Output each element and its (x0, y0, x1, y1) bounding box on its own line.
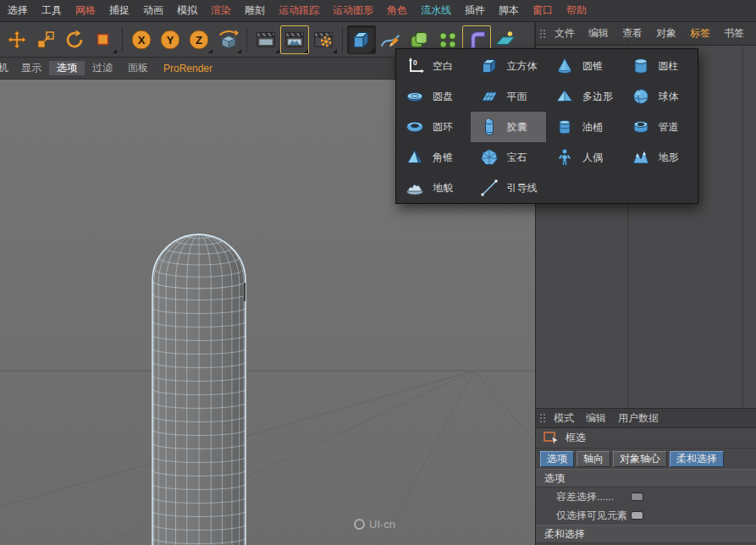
section-header-soft-selection[interactable]: 柔和选择 (536, 525, 756, 543)
last-tool-icon (94, 30, 113, 49)
svg-text:0: 0 (413, 58, 417, 67)
render-view-button[interactable] (251, 25, 280, 54)
menu-tools[interactable]: 工具 (35, 3, 69, 18)
section-header-options[interactable]: 选项 (536, 469, 756, 487)
move-tool-button[interactable] (3, 25, 31, 54)
viewport-menu-filter[interactable]: 过滤 (85, 61, 120, 75)
menu-plugins[interactable]: 插件 (458, 3, 492, 18)
capsule-icon (478, 116, 500, 138)
scale-tool-button[interactable] (31, 25, 60, 54)
menu-item-terrain[interactable]: 地形 (622, 142, 698, 173)
toolbar-separator (246, 27, 247, 52)
prop-label: 仅选择可见元素 (556, 509, 627, 523)
menu-item-sphere[interactable]: 球体 (622, 81, 698, 112)
am-menu-edit[interactable]: 编辑 (580, 411, 612, 426)
coordinate-system-button[interactable] (213, 25, 242, 54)
primitives-dropdown-menu: 0 空白 圆盘 圆环 角锥 地貌 立方体 (395, 48, 698, 204)
last-used-tool-button[interactable] (89, 25, 118, 54)
menu-item-label: 地貌 (433, 181, 453, 195)
coordinate-system-icon (217, 29, 239, 51)
menu-item-null[interactable]: 0 空白 (396, 51, 471, 81)
om-menu-file[interactable]: 文件 (548, 26, 582, 41)
menu-item-capsule[interactable]: 胶囊 (471, 112, 547, 142)
menu-item-pyramid[interactable]: 角锥 (396, 142, 471, 173)
am-menu-mode[interactable]: 模式 (548, 411, 580, 426)
prop-row-tolerant-selection: 容差选择...... (536, 487, 756, 506)
menu-sculpt[interactable]: 雕刻 (238, 3, 272, 18)
menu-character[interactable]: 角色 (380, 3, 414, 18)
menu-item-gem[interactable]: 宝石 (471, 142, 547, 173)
menu-item-cylinder[interactable]: 圆柱 (622, 51, 698, 81)
viewport-menu-display[interactable]: 显示 (14, 61, 49, 75)
add-primitive-button[interactable] (347, 25, 376, 54)
z-axis-lock-button[interactable]: Z (185, 25, 213, 54)
svg-text:X: X (138, 33, 146, 46)
menu-mograph[interactable]: 运动图形 (326, 3, 380, 18)
om-menu-objects[interactable]: 对象 (649, 26, 683, 41)
menu-script[interactable]: 脚本 (492, 3, 526, 18)
sphere-icon (630, 85, 652, 107)
spline-pen-icon (379, 29, 401, 51)
viewport-menu-options[interactable]: 选项 (49, 61, 85, 75)
viewport-menu-prorender[interactable]: ProRender (156, 63, 220, 74)
menu-help[interactable]: 帮助 (560, 3, 593, 18)
menu-item-tube[interactable]: 管道 (622, 112, 698, 142)
menu-snap[interactable]: 捕捉 (102, 3, 136, 18)
panel-grip-icon[interactable] (539, 413, 548, 423)
menu-mesh[interactable]: 网格 (69, 3, 102, 18)
menu-item-figure[interactable]: 人偶 (546, 142, 622, 173)
gem-icon (478, 146, 500, 168)
watermark-logo-icon (354, 519, 365, 530)
tab-object-axis[interactable]: 对象轴心 (613, 451, 667, 467)
menu-animate[interactable]: 动画 (136, 3, 170, 18)
ground-grid (0, 371, 535, 545)
viewport-menu-panel[interactable]: 面板 (120, 61, 156, 75)
menu-motion-tracker[interactable]: 运动跟踪 (272, 3, 326, 18)
menu-item-cube[interactable]: 立方体 (471, 51, 547, 81)
tab-axis[interactable]: 轴向 (577, 451, 610, 467)
om-menu-view[interactable]: 查看 (615, 26, 649, 41)
z-axis-icon: Z (187, 28, 211, 52)
menu-item-polygon[interactable]: 多边形 (546, 81, 622, 112)
menu-item-torus[interactable]: 圆环 (396, 112, 471, 142)
menu-window[interactable]: 窗口 (526, 3, 560, 18)
menu-item-oil-tank[interactable]: 油桶 (546, 112, 622, 142)
panel-grip-icon[interactable] (539, 29, 548, 39)
menu-pipeline[interactable]: 流水线 (414, 3, 458, 18)
menu-item-plane[interactable]: 平面 (471, 81, 547, 112)
render-settings-button[interactable] (309, 25, 338, 54)
y-axis-lock-button[interactable]: Y (156, 25, 185, 54)
om-menu-tags[interactable]: 标签 (683, 26, 717, 41)
menu-item-label: 胶囊 (507, 120, 527, 135)
menu-item-guide[interactable]: 引导线 (471, 173, 547, 203)
om-menu-bookmarks[interactable]: 书签 (717, 26, 751, 41)
menu-select[interactable]: 选择 (1, 3, 35, 18)
menu-render[interactable]: 渲染 (204, 3, 238, 18)
om-menu-edit[interactable]: 编辑 (582, 26, 615, 41)
rotate-tool-icon (64, 30, 85, 50)
menu-item-disc[interactable]: 圆盘 (396, 81, 471, 112)
render-to-picture-viewer-button[interactable] (280, 25, 309, 54)
object-manager-scrollbar[interactable] (742, 46, 743, 408)
menu-simulate[interactable]: 模拟 (170, 3, 204, 18)
am-menu-userdata[interactable]: 用户数据 (612, 411, 665, 426)
viewport-menu-camera-partial[interactable]: 机 (0, 61, 14, 75)
menu-item-label: 人偶 (582, 151, 603, 165)
tolerant-selection-checkbox[interactable] (631, 493, 643, 501)
tab-options[interactable]: 选项 (540, 451, 574, 467)
x-axis-lock-button[interactable]: X (127, 25, 156, 54)
menu-item-relief[interactable]: 地貌 (396, 173, 471, 203)
move-tool-icon (7, 30, 27, 50)
cone-icon (554, 55, 576, 77)
menu-item-label: 油桶 (582, 120, 603, 135)
capsule-object[interactable] (152, 234, 246, 545)
rotate-tool-button[interactable] (60, 25, 89, 54)
menu-item-cone[interactable]: 圆锥 (546, 51, 622, 81)
svg-text:Y: Y (167, 33, 174, 46)
tab-soft-selection[interactable]: 柔和选择 (670, 451, 724, 467)
render-picture-viewer-icon (284, 29, 306, 51)
prop-label: 容差选择...... (556, 490, 614, 504)
only-visible-elements-checkbox[interactable] (631, 511, 643, 520)
attribute-tabs: 选项 轴向 对象轴心 柔和选择 (536, 449, 756, 469)
object-manager-menu-bar: 文件 编辑 查看 对象 标签 书签 (536, 22, 756, 46)
